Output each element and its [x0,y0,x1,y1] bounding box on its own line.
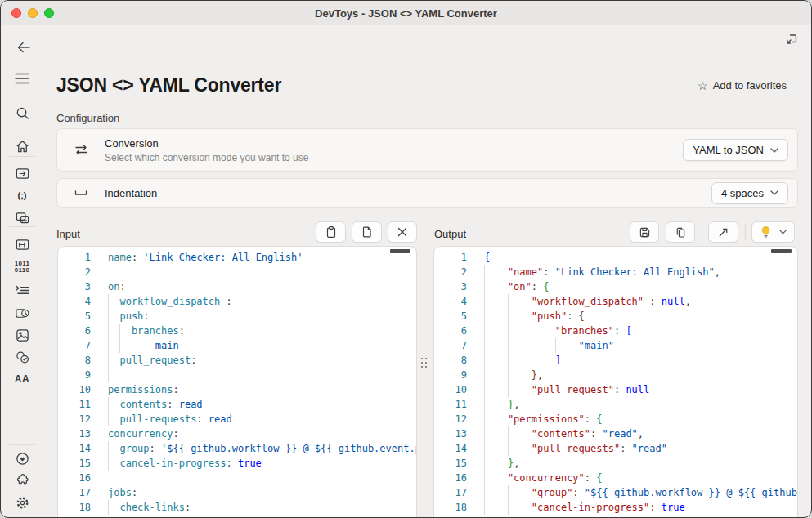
add-to-favorites-button[interactable]: ☆ Add to favorites [698,79,787,92]
sidebar-item-menu[interactable] [1,68,43,89]
sidebar-item-date-time[interactable] [1,302,43,324]
chevron-down-icon [779,230,787,234]
sidebar-item-binary[interactable]: 10110110 [1,257,43,278]
gear-icon [15,495,30,511]
code-line: 16 [58,471,416,485]
clear-button[interactable] [388,221,417,243]
add-to-favorites-label: Add to favorites [713,79,787,92]
chevron-down-icon [770,148,778,153]
code-line: 8] [434,353,797,368]
close-icon [397,226,408,238]
code-line: 4workflow_dispatch : [58,294,416,309]
code-line: 4"workflow_dispatch" : null, [434,294,797,309]
puzzle-icon [15,473,29,488]
chevron-down-icon [770,190,778,195]
code-line: 18"cancel-in-progress": true [434,500,797,515]
sidebar-divider [9,226,35,227]
image-icon [15,328,30,343]
indentation-value: 4 spaces [721,187,764,199]
converters-icon [15,166,30,181]
sidebar: (;) 10110110 AA [1,25,43,517]
code-line: 3on: [58,279,416,294]
code-line: 17"group": "${{ github.workflow }} @ ${{… [434,485,797,500]
code-line: 10permissions: [58,382,416,397]
page-title: JSON <> YAML Converter [56,74,281,96]
encoders-decoders-icon: (;) [18,190,27,200]
code-line: 3"on": { [434,279,797,294]
sidebar-item-graphic-tools[interactable] [1,207,43,228]
encoders-icon [15,237,30,252]
home-icon [15,139,30,154]
open-in-window-button[interactable] [783,30,801,48]
input-editor[interactable]: 1name: 'Link Checker: All English'23on:4… [58,247,416,518]
window-title: DevToys - JSON <> YAML Converter [1,7,811,20]
indentation-card: Indentation 4 spaces [56,178,798,208]
sidebar-item-text-tools[interactable]: AA [1,368,43,390]
code-line: 12"permissions": { [434,412,797,426]
output-editor-panel: 1{2"name": "Link Checker: All English",3… [433,246,798,518]
input-scrollbar-thumb[interactable] [390,249,410,253]
indentation-title: Indentation [105,187,157,199]
code-line: 5push: [58,309,416,324]
save-button[interactable] [630,221,659,243]
heart-circle-icon [15,451,30,467]
menu-icon [15,73,29,84]
output-label: Output [434,228,466,240]
sidebar-item-extensions[interactable] [1,470,43,491]
code-line: 9 [58,368,416,382]
swap-arrows-icon [74,144,88,156]
copy-button[interactable] [666,221,695,243]
conversion-mode-dropdown[interactable]: YAML to JSON [683,139,788,161]
paste-button[interactable] [316,221,346,243]
smart-detection-button[interactable] [751,221,795,243]
sidebar-divider [9,156,35,157]
open-file-button[interactable] [352,221,382,243]
generators-icon [15,284,30,297]
sidebar-divider [9,444,35,445]
sidebar-item-image-tools[interactable] [1,324,43,346]
code-line: 2"name": "Link Checker: All English", [434,265,797,279]
sidebar-item-testers[interactable] [1,346,43,368]
code-line: 11contents: read [58,397,416,412]
indentation-dropdown[interactable]: 4 spaces [711,182,788,204]
indentation-icon [74,189,87,197]
code-line: 13concurrency: [58,426,416,441]
code-line: 10"pull_request": null [434,382,797,397]
sidebar-item-generators[interactable] [1,279,43,301]
app-window: DevToys - JSON <> YAML Converter (;) [0,0,812,518]
code-line: 7"main" [434,338,797,353]
expand-icon [717,226,729,239]
code-line: 7- main [58,338,416,353]
code-line: 18check-links: [58,500,416,515]
sidebar-item-search[interactable] [1,102,43,123]
pane-splitter-grip[interactable] [421,358,429,374]
input-editor-panel: 1name: 'Link Checker: All English'23on:4… [57,246,417,518]
sidebar-item-converters[interactable] [1,163,43,184]
expand-button[interactable] [708,221,738,243]
file-icon [360,225,375,239]
testers-icon [15,350,30,365]
code-line: 5"push": { [434,309,797,324]
code-line: 6branches: [58,324,416,338]
configuration-section-label: Configuration [56,112,119,124]
sidebar-item-home[interactable] [1,136,43,157]
toolbar-separator [745,224,746,240]
output-scrollbar-thumb[interactable] [771,249,792,253]
code-line: 15}, [434,456,797,471]
sidebar-item-encoders[interactable] [1,234,43,255]
code-line: 6"branches": [ [434,324,797,338]
titlebar: DevToys - JSON <> YAML Converter [1,1,811,25]
code-line: 1{ [434,250,797,265]
save-icon [638,226,652,239]
star-outline-icon: ☆ [698,80,708,92]
output-editor[interactable]: 1{2"name": "Link Checker: All English",3… [434,247,797,518]
sidebar-item-settings[interactable] [1,492,43,513]
sidebar-item-sponsor[interactable] [1,448,43,469]
sidebar-item-encoders-decoders[interactable]: (;) [1,185,43,206]
search-icon [15,105,30,121]
conversion-title: Conversion [105,137,308,150]
code-line: 11}, [434,397,797,412]
code-line: 9}, [434,368,797,382]
clock-card-icon [15,306,30,321]
toolbar-separator [702,224,702,240]
